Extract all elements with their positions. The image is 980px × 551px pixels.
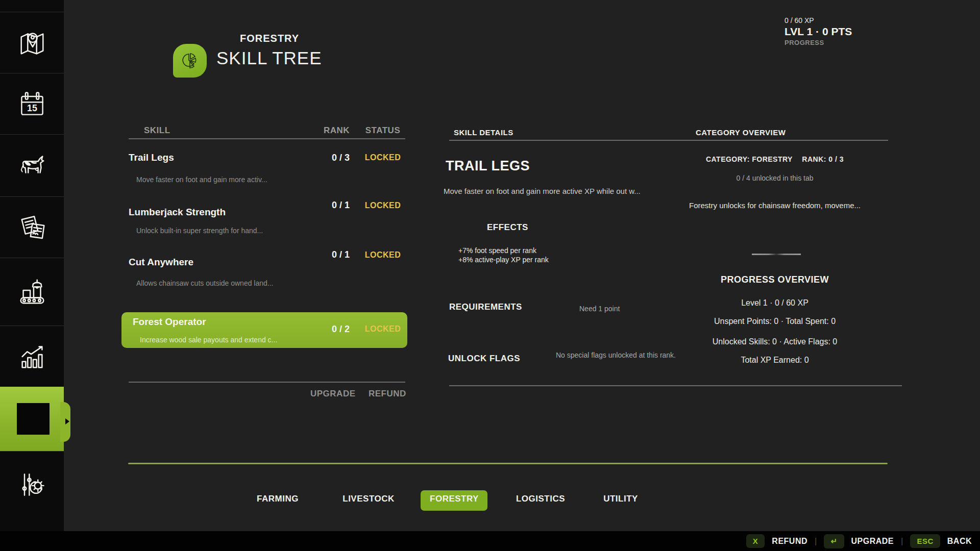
sidebar-selected-arrow-icon	[65, 418, 69, 424]
category-rank-line: CATEGORY: FORESTRY RANK: 0 / 3	[655, 155, 895, 164]
skill-row-desc: Increase wood sale payouts and extend c.…	[140, 336, 277, 344]
sidebar-item-map[interactable]	[0, 12, 64, 73]
effect-line: +7% foot speed per rank	[458, 246, 536, 256]
sidebar-item-finances[interactable]	[0, 196, 64, 258]
total-xp-line: Total XP Earned: 0	[655, 356, 895, 365]
progress-overview-title: PROGRESS OVERVIEW	[655, 274, 895, 285]
page-icon-tile	[173, 44, 207, 78]
tab-logistics[interactable]: LOGISTICS	[516, 494, 565, 504]
unlock-flags-title: UNLOCK FLAGS	[448, 354, 520, 364]
sidebar-item-statistics[interactable]	[0, 325, 64, 387]
divider-dashes	[752, 254, 801, 255]
details-footer-divider	[449, 385, 902, 386]
sidebar-item-settings[interactable]	[0, 451, 64, 517]
sidebar-item-production[interactable]	[0, 258, 64, 325]
skill-row-status: LOCKED	[355, 201, 411, 210]
skill-row-name[interactable]: Cut Anywhere	[129, 257, 193, 268]
footer-back-button[interactable]: BACK	[947, 537, 972, 546]
details-panel-title: SKILL DETAILS	[454, 128, 513, 137]
footer-refund-button[interactable]: REFUND	[772, 537, 807, 546]
rank-label: RANK: 0 / 3	[802, 155, 844, 163]
tab-utility[interactable]: UTILITY	[603, 494, 638, 504]
upgrade-button[interactable]: UPGRADE	[310, 389, 356, 399]
pie-chart-icon	[179, 49, 201, 72]
list-footer-divider	[129, 382, 405, 383]
production-icon	[16, 276, 48, 308]
category-label: CATEGORY: FORESTRY	[706, 155, 793, 163]
level-xp-line: Level 1 · 0 / 60 XP	[655, 298, 895, 308]
enter-key-icon: ↵	[824, 534, 844, 548]
statistics-icon	[16, 341, 48, 372]
footer-upgrade-button[interactable]: UPGRADE	[851, 537, 894, 546]
skills-flags-line: Unlocked Skills: 0 · Active Flags: 0	[655, 337, 895, 346]
finances-icon	[16, 212, 48, 243]
skill-tree-icon	[17, 403, 50, 435]
skill-row-status: LOCKED	[355, 324, 411, 334]
column-header-status: STATUS	[355, 126, 411, 136]
requirements-value: Need 1 point	[579, 305, 620, 313]
esc-key-chip: ESC	[910, 534, 940, 548]
unlocked-count-line: 0 / 4 unlocked in this tab	[655, 174, 895, 182]
settings-icon	[17, 469, 47, 500]
detail-skill-description: Move faster on foot and gain more active…	[444, 187, 641, 195]
category-tagline: Forestry unlocks for chainsaw freedom, m…	[655, 201, 895, 210]
detail-skill-name: TRAIL LEGS	[446, 158, 530, 174]
skill-row-rank: 0 / 2	[306, 324, 350, 335]
effect-line: +8% active-play XP per rank	[458, 255, 549, 265]
effects-title: EFFECTS	[487, 222, 528, 233]
xp-summary: 0 / 60 XP LVL 1 · 0 PTS PROGRESS	[785, 16, 852, 46]
category-panel-title: CATEGORY OVERVIEW	[696, 128, 786, 137]
skill-row-status: LOCKED	[355, 153, 411, 162]
key-x-chip: X	[746, 534, 765, 548]
level-points-value: LVL 1 · 0 PTS	[785, 26, 852, 38]
page-title: SKILL TREE	[216, 48, 322, 68]
list-header-divider	[129, 138, 405, 139]
requirements-title: REQUIREMENTS	[449, 302, 522, 312]
map-icon	[16, 27, 48, 59]
svg-text:15: 15	[27, 103, 37, 113]
skill-tree-screen: 15	[0, 0, 980, 551]
skill-row-rank: 0 / 3	[306, 153, 350, 163]
points-line: Unspent Points: 0 · Total Spent: 0	[655, 317, 895, 326]
progress-label: PROGRESS	[785, 39, 852, 46]
tab-farming[interactable]: FARMING	[257, 494, 299, 504]
refund-button[interactable]: REFUND	[369, 389, 406, 399]
skill-row-desc: Move faster on foot and gain more activ.…	[136, 176, 267, 184]
skill-row-desc: Allows chainsaw cuts outside owned land.…	[136, 279, 273, 287]
skill-row-selected[interactable]: Forest Operator 0 / 2 LOCKED Increase wo…	[121, 312, 407, 348]
footer-separator: |	[815, 536, 817, 546]
header-category-label: FORESTRY	[240, 33, 299, 44]
tab-forestry[interactable]: FORESTRY	[430, 494, 479, 504]
sidebar-item-calendar[interactable]: 15	[0, 73, 64, 134]
tabs-divider	[128, 463, 888, 464]
details-header-divider	[449, 140, 888, 141]
xp-value: 0 / 60 XP	[785, 16, 852, 24]
tab-livestock[interactable]: LIVESTOCK	[342, 494, 394, 504]
calendar-icon: 15	[17, 89, 47, 119]
skill-row-name: Forest Operator	[133, 316, 206, 328]
sidebar-item-animals[interactable]	[0, 134, 64, 196]
column-header-rank: RANK	[306, 126, 350, 136]
sidebar-item-skill-tree[interactable]	[0, 387, 64, 451]
skill-row-rank: 0 / 1	[306, 249, 350, 260]
column-header-skill: SKILL	[144, 126, 170, 136]
footer-separator: |	[901, 536, 903, 546]
skill-row-desc: Unlock built-in super strength for hand.…	[136, 227, 263, 235]
skill-row-name[interactable]: Trail Legs	[129, 152, 174, 163]
footer-bar: X REFUND | ↵ UPGRADE | ESC BACK	[0, 531, 980, 551]
skill-row-rank: 0 / 1	[306, 200, 350, 211]
sidebar: 15	[0, 0, 64, 531]
skill-row-name[interactable]: Lumberjack Strength	[129, 207, 226, 218]
animals-icon	[16, 150, 48, 182]
skill-row-status: LOCKED	[355, 251, 411, 260]
